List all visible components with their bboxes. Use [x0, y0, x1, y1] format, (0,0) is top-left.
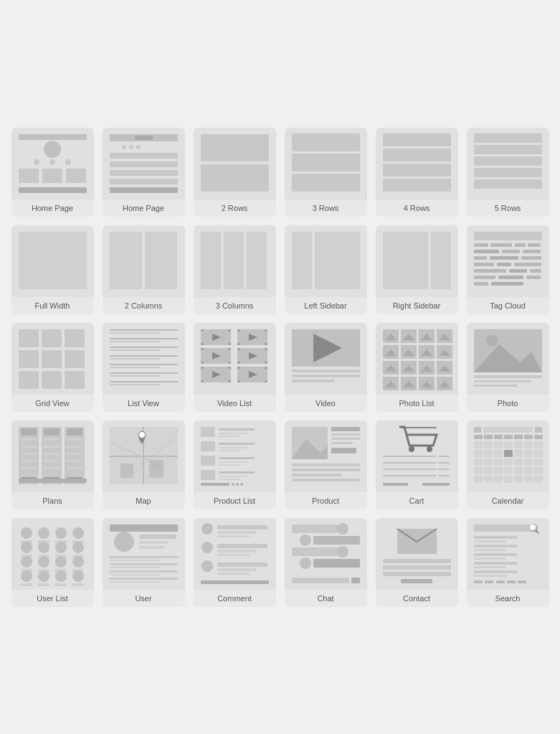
card-user[interactable]: User [103, 518, 185, 607]
svg-rect-99 [110, 375, 160, 377]
card-home-page-2[interactable]: Home Page [103, 128, 185, 217]
card-grid-view[interactable]: Grid View [11, 323, 94, 412]
card-plans[interactable]: Plans [11, 420, 94, 509]
svg-rect-368 [217, 525, 267, 530]
svg-rect-205 [44, 467, 60, 469]
card-3-rows[interactable]: 3 Rows [285, 128, 367, 217]
card-label-comment: Comment [214, 594, 255, 603]
svg-rect-84 [19, 371, 39, 389]
svg-rect-372 [217, 544, 267, 548]
svg-rect-285 [494, 441, 503, 448]
card-preview-contact [376, 518, 458, 590]
svg-rect-74 [526, 276, 541, 279]
svg-point-338 [38, 556, 49, 568]
svg-rect-97 [110, 367, 160, 368]
svg-rect-230 [201, 456, 215, 466]
card-photo[interactable]: Photo [467, 323, 549, 412]
card-comment[interactable]: Comment [194, 518, 276, 607]
svg-rect-406 [474, 553, 517, 556]
svg-rect-314 [504, 476, 513, 483]
svg-rect-270 [383, 483, 408, 486]
svg-rect-276 [474, 435, 483, 439]
card-user-list[interactable]: User List [11, 518, 94, 607]
svg-rect-407 [474, 557, 506, 560]
svg-rect-281 [524, 435, 533, 439]
svg-rect-297 [474, 458, 483, 466]
svg-rect-118 [201, 362, 204, 364]
card-preview-2-rows [194, 128, 276, 199]
svg-rect-27 [292, 174, 360, 192]
card-chat[interactable]: Chat [285, 518, 367, 607]
card-right-sidebar[interactable]: Right Sidebar [376, 225, 458, 314]
card-photo-list[interactable]: Photo List [376, 323, 458, 412]
svg-rect-144 [292, 380, 335, 382]
svg-rect-271 [422, 483, 450, 486]
svg-rect-42 [110, 232, 142, 289]
card-3-columns[interactable]: 3 Columns [194, 225, 276, 314]
svg-point-336 [21, 556, 32, 568]
card-product[interactable]: Product [285, 420, 367, 509]
card-4-rows[interactable]: 4 Rows [376, 128, 458, 217]
card-list-view[interactable]: List View [103, 323, 185, 412]
svg-rect-58 [515, 243, 526, 247]
card-map[interactable]: Map [103, 420, 185, 509]
svg-rect-225 [219, 436, 240, 437]
card-2-columns[interactable]: 2 Columns [103, 225, 185, 314]
card-preview-photo-list [376, 323, 458, 395]
card-video[interactable]: Video [285, 323, 367, 412]
svg-rect-199 [44, 453, 60, 455]
card-2-rows[interactable]: 2 Rows [194, 128, 276, 217]
svg-rect-262 [438, 462, 450, 464]
svg-rect-197 [67, 446, 82, 448]
svg-rect-89 [110, 332, 160, 334]
svg-rect-63 [474, 256, 487, 260]
svg-rect-17 [110, 161, 178, 167]
svg-rect-305 [484, 467, 493, 474]
card-preview-map [103, 420, 185, 492]
card-5-rows[interactable]: 5 Rows [467, 128, 549, 217]
card-preview-full-width [11, 225, 94, 297]
svg-rect-34 [474, 133, 542, 143]
card-label-tag-cloud: Tag Cloud [487, 301, 528, 310]
card-contact[interactable]: Contact [376, 518, 458, 607]
svg-rect-91 [110, 341, 160, 342]
card-preview-5-rows [467, 128, 549, 199]
card-full-width[interactable]: Full Width [11, 225, 94, 314]
card-cart[interactable]: Cart [376, 420, 458, 509]
card-label-user-list: User List [34, 594, 70, 603]
card-video-list[interactable]: Video List [194, 323, 276, 412]
svg-rect-113 [265, 343, 267, 345]
card-tag-cloud[interactable]: Tag Cloud [467, 225, 549, 314]
svg-rect-253 [292, 479, 360, 481]
svg-rect-268 [438, 475, 450, 476]
svg-point-334 [72, 542, 84, 553]
svg-rect-237 [219, 479, 240, 480]
svg-rect-351 [72, 583, 84, 586]
svg-point-320 [21, 527, 32, 539]
svg-rect-92 [110, 347, 178, 348]
svg-point-350 [72, 570, 84, 582]
svg-rect-255 [401, 427, 437, 428]
card-preview-3-columns [194, 225, 276, 297]
svg-rect-364 [110, 578, 178, 580]
card-preview-home-page-1 [11, 128, 94, 199]
svg-rect-194 [67, 438, 82, 441]
card-home-page-1[interactable]: Home Page [11, 128, 94, 217]
svg-rect-410 [474, 570, 517, 573]
card-left-sidebar[interactable]: Left Sidebar [285, 225, 367, 314]
svg-point-322 [38, 527, 49, 539]
svg-rect-192 [21, 438, 37, 441]
svg-rect-292 [494, 450, 503, 457]
card-calendar[interactable]: Calendar [467, 420, 549, 509]
card-search[interactable]: Search [467, 518, 549, 607]
svg-rect-25 [292, 133, 360, 151]
card-label-user: User [132, 594, 154, 603]
card-preview-search [467, 518, 549, 590]
svg-rect-101 [110, 384, 160, 385]
card-product-list[interactable]: Product List [194, 420, 276, 509]
card-label-calendar: Calendar [489, 497, 527, 505]
svg-rect-95 [110, 358, 160, 359]
svg-rect-229 [219, 450, 240, 451]
svg-rect-224 [219, 433, 247, 434]
svg-rect-52 [383, 232, 428, 289]
